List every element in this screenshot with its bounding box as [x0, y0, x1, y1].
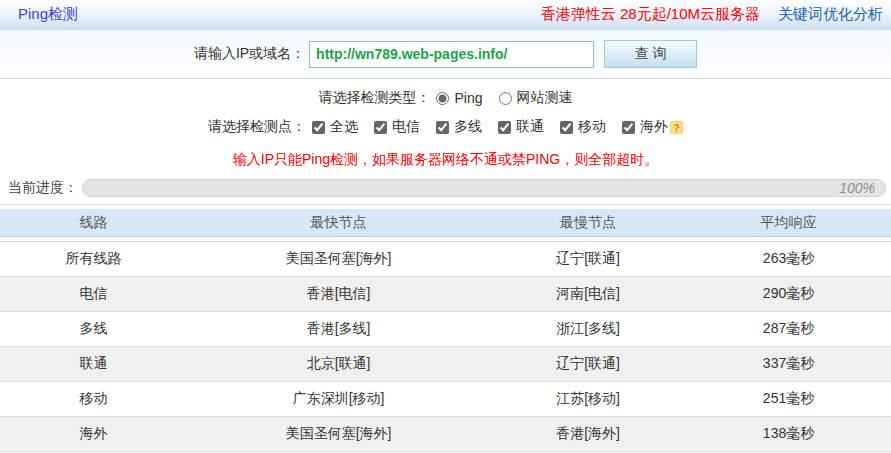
checkbox-select-all-label: 全选: [330, 118, 358, 136]
cell-line: 多线: [0, 320, 187, 338]
cell-slowest-node: 江苏[移动]: [490, 390, 686, 408]
cell-slowest-node: 浙江[多线]: [490, 320, 686, 338]
radio-ping[interactable]: [436, 92, 449, 105]
checkbox-unicom[interactable]: [498, 121, 511, 134]
page-title: Ping检测: [18, 5, 78, 24]
help-icon[interactable]: ?: [670, 121, 683, 134]
cell-avg-response: 138毫秒: [686, 425, 891, 443]
url-input-label: 请输入IP或域名：: [194, 45, 305, 63]
checkbox-option-telecom[interactable]: 电信: [374, 118, 420, 136]
cell-avg-response: 263毫秒: [686, 250, 891, 268]
topbar-links: 香港弹性云 28元起/10M云服务器 关键词优化分析: [541, 5, 883, 24]
cell-fastest-node: 美国圣何塞[海外]: [187, 250, 490, 268]
detect-type-label: 请选择检测类型：: [318, 89, 430, 107]
detect-nodes-label: 请选择检测点：: [208, 118, 306, 136]
detect-nodes-row: 请选择检测点： 全选 电信 多线 联通 移动 海外 ?: [0, 114, 891, 140]
warning-text: 输入IP只能Ping检测，如果服务器网络不通或禁PING，则全部超时。: [0, 148, 891, 170]
checkbox-telecom-label: 电信: [392, 118, 420, 136]
checkbox-multiline[interactable]: [436, 121, 449, 134]
col-header-avg-response: 平均响应: [686, 214, 891, 232]
table-header-row: 线路 最快节点 最慢节点 平均响应: [0, 209, 891, 237]
cell-line: 联通: [0, 355, 187, 373]
cell-line: 海外: [0, 425, 187, 443]
table-row: 多线 香港[多线] 浙江[多线] 287毫秒: [0, 312, 891, 347]
radio-option-ping[interactable]: Ping: [436, 90, 482, 106]
cell-fastest-node: 美国圣何塞[海外]: [187, 425, 490, 443]
promo-link[interactable]: 香港弹性云 28元起/10M云服务器: [541, 5, 760, 24]
detect-type-row: 请选择检测类型： Ping 网站测速: [0, 85, 891, 111]
checkbox-telecom[interactable]: [374, 121, 387, 134]
checkbox-mobile[interactable]: [560, 121, 573, 134]
progress-row: 当前进度： 100%: [0, 178, 891, 198]
cell-line: 所有线路: [0, 250, 187, 268]
keyword-analysis-link[interactable]: 关键词优化分析: [778, 5, 883, 24]
cell-fastest-node: 香港[多线]: [187, 320, 490, 338]
checkbox-option-overseas[interactable]: 海外: [622, 118, 668, 136]
col-header-slowest-node: 最慢节点: [490, 214, 686, 232]
radio-website-speed-label: 网站测速: [517, 89, 573, 107]
cell-fastest-node: 广东深圳[移动]: [187, 390, 490, 408]
checkbox-overseas[interactable]: [622, 121, 635, 134]
radio-website-speed[interactable]: [499, 92, 512, 105]
progress-percent: 100%: [839, 180, 875, 196]
cell-fastest-node: 北京[联通]: [187, 355, 490, 373]
cell-line: 电信: [0, 285, 187, 303]
checkbox-unicom-label: 联通: [516, 118, 544, 136]
results-table: 线路 最快节点 最慢节点 平均响应 所有线路 美国圣何塞[海外] 辽宁[联通] …: [0, 209, 891, 452]
cell-avg-response: 251毫秒: [686, 390, 891, 408]
col-header-fastest-node: 最快节点: [187, 214, 490, 232]
cell-slowest-node: 河南[电信]: [490, 285, 686, 303]
progress-label: 当前进度：: [8, 179, 78, 197]
col-header-line: 线路: [0, 214, 187, 232]
checkbox-option-select-all[interactable]: 全选: [312, 118, 358, 136]
table-row: 海外 美国圣何塞[海外] 香港[海外] 138毫秒: [0, 417, 891, 452]
cell-slowest-node: 辽宁[联通]: [490, 250, 686, 268]
progress-bar: 100%: [82, 179, 886, 197]
input-row: 请输入IP或域名： 查 询: [0, 30, 891, 79]
table-row: 电信 香港[电信] 河南[电信] 290毫秒: [0, 277, 891, 312]
topbar: Ping检测 香港弹性云 28元起/10M云服务器 关键词优化分析: [0, 0, 891, 30]
table-body: 所有线路 美国圣何塞[海外] 辽宁[联通] 263毫秒 电信 香港[电信] 河南…: [0, 241, 891, 452]
radio-option-website-speed[interactable]: 网站测速: [499, 89, 573, 107]
table-row: 所有线路 美国圣何塞[海外] 辽宁[联通] 263毫秒: [0, 242, 891, 277]
cell-avg-response: 287毫秒: [686, 320, 891, 338]
checkbox-select-all[interactable]: [312, 121, 325, 134]
ping-tool-page: Ping检测 香港弹性云 28元起/10M云服务器 关键词优化分析 请输入IP或…: [0, 0, 891, 453]
url-input[interactable]: [309, 41, 594, 68]
radio-ping-label: Ping: [454, 90, 482, 106]
checkbox-option-unicom[interactable]: 联通: [498, 118, 544, 136]
progress-section: 当前进度： 100%: [0, 178, 891, 205]
cell-avg-response: 290毫秒: [686, 285, 891, 303]
checkbox-overseas-label: 海外: [640, 118, 668, 136]
cell-avg-response: 337毫秒: [686, 355, 891, 373]
query-button[interactable]: 查 询: [604, 40, 697, 68]
cell-slowest-node: 香港[海外]: [490, 425, 686, 443]
cell-line: 移动: [0, 390, 187, 408]
checkbox-option-mobile[interactable]: 移动: [560, 118, 606, 136]
cell-slowest-node: 辽宁[联通]: [490, 355, 686, 373]
table-row: 联通 北京[联通] 辽宁[联通] 337毫秒: [0, 347, 891, 382]
table-row: 移动 广东深圳[移动] 江苏[移动] 251毫秒: [0, 382, 891, 417]
checkbox-multiline-label: 多线: [454, 118, 482, 136]
checkbox-mobile-label: 移动: [578, 118, 606, 136]
cell-fastest-node: 香港[电信]: [187, 285, 490, 303]
checkbox-option-multiline[interactable]: 多线: [436, 118, 482, 136]
